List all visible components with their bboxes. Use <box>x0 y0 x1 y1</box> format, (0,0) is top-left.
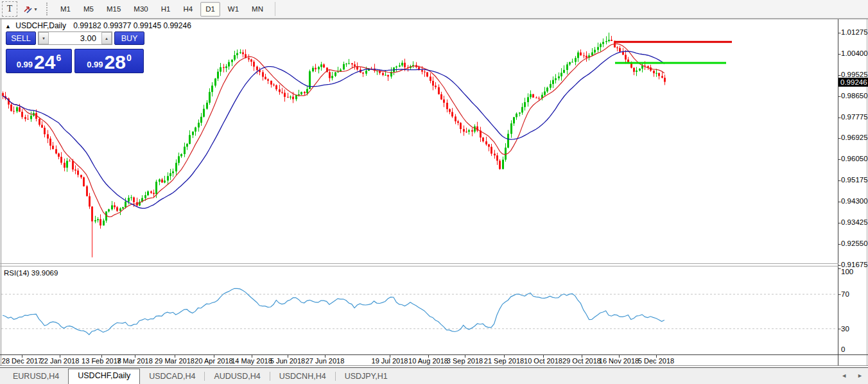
candle-body <box>521 107 523 113</box>
price-axis-label: 0.96925 <box>841 134 868 141</box>
tab-scroll-right-icon[interactable]: ► <box>857 372 863 379</box>
candle-body <box>169 173 171 177</box>
candle-body <box>446 103 448 109</box>
price-axis-label: 0.97775 <box>841 113 868 121</box>
sell-price-sup: 6 <box>56 53 61 63</box>
candle-body <box>532 94 534 98</box>
time-axis-label: 5 Dec 2018 <box>638 357 674 365</box>
time-axis-label: 13 Feb 2018 <box>82 357 121 365</box>
candle-body <box>424 72 426 73</box>
candle-body <box>306 89 308 94</box>
candle-body <box>494 153 496 155</box>
candle-body <box>167 176 169 180</box>
candle-body <box>535 98 537 98</box>
candle-body <box>108 209 110 211</box>
time-axis-label: 3 Sep 2018 <box>447 357 483 365</box>
sell-price-box[interactable]: 0.99 24 6 <box>6 49 72 73</box>
candle-body <box>580 53 582 56</box>
candle-body <box>345 64 347 64</box>
candle-body <box>608 40 610 41</box>
time-axis-label: 22 Jan 2018 <box>40 357 80 365</box>
candle-body <box>86 186 88 196</box>
time-axis-label: 28 Dec 2017 <box>2 357 42 365</box>
time-axis-label: 29 Mar 2018 <box>155 357 195 365</box>
candle-body <box>300 92 302 94</box>
candle-body <box>214 78 216 85</box>
candle-body <box>192 132 194 135</box>
candle-body <box>399 65 401 67</box>
candle-body <box>597 47 599 49</box>
tab-scroll-controls: ◄ ► <box>841 372 863 379</box>
candle-body <box>337 71 339 72</box>
candle-body <box>555 78 557 80</box>
time-axis-label: 14 May 2018 <box>231 357 272 365</box>
price-axis-label: 0.93425 <box>841 218 868 226</box>
candle-body <box>200 117 202 123</box>
candle-body <box>611 40 612 41</box>
volume-increase-button[interactable]: ▲ <box>101 32 112 44</box>
candle-body <box>60 157 62 162</box>
rsi-line <box>3 288 664 335</box>
candle-body <box>591 53 593 56</box>
candle-body <box>273 85 275 85</box>
candle-body <box>228 62 230 67</box>
candle-body <box>443 100 445 103</box>
buy-price-box[interactable]: 0.99 28 0 <box>74 49 144 73</box>
sell-button[interactable]: SELL <box>6 31 36 45</box>
rsi-axis-label: 100 <box>841 268 853 275</box>
candle-body <box>223 67 225 68</box>
candle-body <box>256 67 258 70</box>
chart-symbol-label: USDCHF,Daily <box>15 21 66 30</box>
candle-body <box>625 55 627 59</box>
candle-body <box>55 149 57 153</box>
candle-body <box>91 207 93 222</box>
candle-body <box>457 121 459 123</box>
candle-body <box>24 117 26 119</box>
candle-body <box>451 112 453 116</box>
candle-body <box>563 70 565 73</box>
candle-body <box>343 64 345 70</box>
candle-body <box>52 146 54 149</box>
candle-body <box>27 119 29 119</box>
candle-body <box>253 62 255 67</box>
candle-body <box>220 67 221 72</box>
candle-body <box>144 195 146 198</box>
collapse-icon[interactable]: ▲ <box>5 23 11 30</box>
candle-body <box>488 144 490 147</box>
candle-body <box>516 114 517 118</box>
candle-body <box>292 97 294 100</box>
time-axis-label: 27 Jun 2018 <box>306 357 345 365</box>
candle-body <box>527 97 529 102</box>
candle-body <box>234 55 236 60</box>
candle-body <box>287 97 289 98</box>
volume-input[interactable] <box>49 32 101 44</box>
candle-body <box>19 107 21 112</box>
time-axis-label: 16 Nov 2018 <box>599 357 639 365</box>
volume-decrease-button[interactable]: ▼ <box>39 32 49 44</box>
candle-body <box>298 94 300 95</box>
candle-body <box>323 64 325 67</box>
rsi-indicator-label: RSI(14) 39.9069 <box>4 269 58 277</box>
price-axis-label: 1.01275 <box>841 28 868 36</box>
candle-body <box>147 191 149 195</box>
candle-body <box>242 52 244 54</box>
tab-scroll-left-icon[interactable]: ◄ <box>841 372 847 379</box>
candle-body <box>122 207 124 209</box>
candle-body <box>97 219 99 220</box>
price-axis-label: 0.95175 <box>841 176 868 184</box>
candle-body <box>295 95 297 99</box>
candle-body <box>77 171 79 175</box>
buy-button[interactable]: BUY <box>114 31 144 45</box>
time-axis-label: 21 Sep 2018 <box>484 357 524 365</box>
candle-body <box>387 75 389 76</box>
candle-body <box>600 44 602 47</box>
volume-spinner: ▼ ▲ <box>38 31 112 45</box>
candle-body <box>189 135 191 144</box>
candle-body <box>66 161 68 168</box>
candle-body <box>155 182 157 194</box>
candle-body <box>203 109 205 116</box>
buy-price-small: 0.99 <box>87 60 103 69</box>
candle-body <box>114 205 116 207</box>
candle-body <box>401 63 403 65</box>
candle-body <box>80 175 82 177</box>
